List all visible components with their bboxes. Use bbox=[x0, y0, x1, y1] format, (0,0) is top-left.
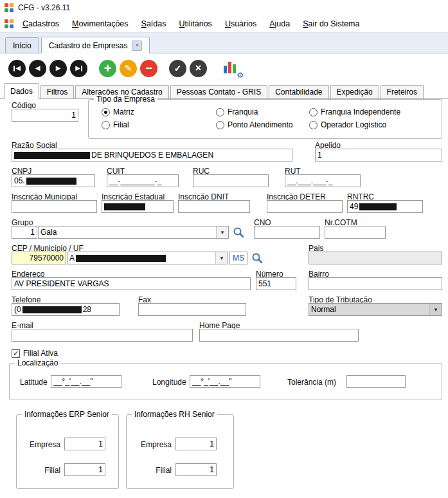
rut-field[interactable] bbox=[285, 174, 361, 187]
redaction bbox=[104, 203, 145, 210]
title-bar: CFG - v3.26.11 bbox=[0, 0, 448, 15]
menu-cadastros[interactable]: Cadastros bbox=[17, 17, 65, 30]
radio-filial[interactable] bbox=[102, 121, 110, 129]
cep-field[interactable] bbox=[12, 252, 66, 264]
tab-freteiros[interactable]: Freteiros bbox=[381, 85, 424, 98]
inscricao-municipal-field[interactable] bbox=[12, 200, 97, 213]
apelido-field[interactable] bbox=[315, 149, 442, 161]
radio-franquia[interactable] bbox=[216, 108, 224, 116]
menu-sair-do-sistema[interactable]: Sair do Sistema bbox=[297, 17, 365, 30]
tipo-da-empresa-legend: Tipo da Empresa bbox=[94, 95, 157, 104]
nav-first-button[interactable]: ◀ bbox=[8, 60, 26, 77]
grupo-value: Gala bbox=[40, 228, 57, 237]
confirm-button[interactable]: ✓ bbox=[169, 60, 186, 77]
nr-cotm-field[interactable] bbox=[325, 226, 386, 239]
first-record-icon: ◀ bbox=[15, 65, 21, 71]
filial-ativa-checkbox[interactable]: ✓ bbox=[12, 349, 20, 358]
radio-franquia-independente[interactable] bbox=[309, 108, 318, 116]
menu-usuarios[interactable]: Usuários bbox=[219, 17, 262, 30]
menu-saidas[interactable]: Saídas bbox=[136, 17, 172, 30]
grupo-search-icon[interactable] bbox=[233, 226, 244, 238]
nav-last-button[interactable]: ▶ bbox=[70, 60, 87, 77]
rh-empresa-field[interactable] bbox=[175, 438, 217, 450]
chart-settings-button[interactable]: ⚙ bbox=[222, 59, 242, 77]
tab-expedicao[interactable]: Expedição bbox=[330, 85, 379, 98]
chevron-down-icon[interactable]: ▼ bbox=[215, 252, 228, 264]
radio-ponto-atendimento-label[interactable]: Ponto Atendimento bbox=[228, 120, 292, 129]
nav-prev-button[interactable]: ◀ bbox=[29, 60, 46, 77]
home-page-field[interactable] bbox=[199, 329, 359, 342]
razao-social-field[interactable]: DE BRINQUEDOS E EMBALAGEN bbox=[12, 149, 292, 161]
nav-next-button[interactable]: ▶ bbox=[49, 60, 67, 77]
erp-empresa-label: Empresa bbox=[22, 440, 60, 449]
tolerancia-field[interactable] bbox=[346, 375, 406, 388]
rntrc-value: 49 bbox=[350, 202, 358, 211]
tab-contabilidade[interactable]: Contabilidade bbox=[269, 85, 328, 98]
delete-record-button[interactable]: − bbox=[140, 60, 157, 77]
codigo-field[interactable] bbox=[12, 109, 78, 122]
numero-field[interactable] bbox=[256, 277, 296, 290]
tab-close-icon[interactable]: × bbox=[132, 41, 142, 51]
add-record-button[interactable]: + bbox=[99, 60, 116, 77]
uf-field[interactable]: MS bbox=[229, 252, 247, 264]
chevron-down-icon[interactable]: ▼ bbox=[216, 226, 228, 238]
cno-field[interactable] bbox=[254, 226, 320, 239]
telefone-field[interactable]: (0 28 bbox=[12, 303, 120, 316]
radio-matriz-label[interactable]: Matriz bbox=[113, 107, 134, 116]
localizacao-legend: Localização bbox=[15, 358, 60, 367]
grupo-code-field[interactable] bbox=[12, 226, 37, 239]
cancel-button[interactable]: × bbox=[190, 60, 207, 77]
radio-matriz[interactable] bbox=[102, 108, 110, 116]
cuit-field[interactable] bbox=[107, 174, 179, 187]
radio-franquia-label[interactable]: Franquia bbox=[228, 107, 258, 116]
endereco-field[interactable] bbox=[12, 277, 251, 290]
app-icon bbox=[4, 3, 14, 13]
edit-record-button[interactable]: ✎ bbox=[120, 60, 137, 77]
rh-filial-label: Filial bbox=[133, 466, 172, 475]
tab-inicio[interactable]: Início bbox=[5, 37, 39, 53]
cnpj-field[interactable]: 05. bbox=[12, 174, 95, 187]
radio-operador-logistico-label[interactable]: Operador Logístico bbox=[321, 120, 386, 129]
tab-dados[interactable]: Dados bbox=[4, 83, 39, 99]
prev-record-icon: ◀ bbox=[35, 65, 40, 71]
menu-ajuda[interactable]: Ajuda bbox=[264, 17, 296, 30]
filial-ativa-label[interactable]: Filial Ativa bbox=[23, 349, 58, 358]
radio-franquia-independente-label[interactable]: Franquia Independente bbox=[321, 107, 400, 116]
inscricao-dnit-field[interactable] bbox=[178, 200, 250, 213]
ruc-field[interactable] bbox=[193, 174, 269, 187]
redaction bbox=[76, 255, 166, 262]
tab-pessoas-contato-gris[interactable]: Pessoas Contato - GRIS bbox=[170, 85, 267, 98]
latitude-label: Latitude bbox=[20, 378, 48, 387]
erp-empresa-field[interactable] bbox=[64, 438, 105, 450]
municipio-combo[interactable]: A ▼ bbox=[67, 252, 228, 264]
redaction bbox=[26, 178, 76, 185]
fax-field[interactable] bbox=[138, 303, 246, 316]
email-field[interactable] bbox=[12, 329, 193, 342]
longitude-field[interactable] bbox=[190, 375, 260, 388]
cnpj-value: 05. bbox=[14, 176, 25, 185]
rntrc-field[interactable]: 49 bbox=[347, 200, 423, 213]
inscricao-estadual-field[interactable] bbox=[102, 200, 174, 213]
chevron-down-icon[interactable]: ▼ bbox=[429, 304, 442, 315]
rh-filial-field[interactable] bbox=[175, 463, 217, 476]
tab-filtros[interactable]: Filtros bbox=[40, 85, 75, 98]
municipio-search-icon[interactable] bbox=[251, 252, 263, 264]
tolerancia-label: Tolerância (m) bbox=[287, 378, 336, 387]
window-tab-strip: Início Cadastro de Empresas × bbox=[0, 33, 448, 53]
tab-label: Início bbox=[13, 41, 31, 50]
radio-operador-logistico[interactable] bbox=[309, 121, 318, 129]
telefone-suffix: 28 bbox=[83, 305, 91, 314]
menu-movimentacoes[interactable]: Movimentações bbox=[66, 17, 134, 30]
radio-ponto-atendimento[interactable] bbox=[216, 121, 224, 129]
erp-filial-field[interactable] bbox=[64, 463, 105, 476]
toolbar: ◀ ◀ ▶ ▶ + ✎ − ✓ × ⚙ bbox=[0, 54, 448, 82]
bairro-field[interactable] bbox=[309, 277, 442, 290]
radio-filial-label[interactable]: Filial bbox=[113, 120, 129, 129]
inscricao-deter-field[interactable] bbox=[267, 200, 343, 213]
tipo-tributacao-combo[interactable]: Normal ▼ bbox=[309, 303, 442, 316]
erp-senior-groupbox: Informações ERP Senior Empresa Filial bbox=[16, 414, 119, 489]
grupo-combo[interactable]: Gala ▼ bbox=[38, 226, 229, 239]
tab-cadastro-de-empresas[interactable]: Cadastro de Empresas × bbox=[41, 37, 150, 53]
latitude-field[interactable] bbox=[51, 375, 121, 388]
menu-utilitarios[interactable]: Utilitários bbox=[173, 17, 217, 30]
